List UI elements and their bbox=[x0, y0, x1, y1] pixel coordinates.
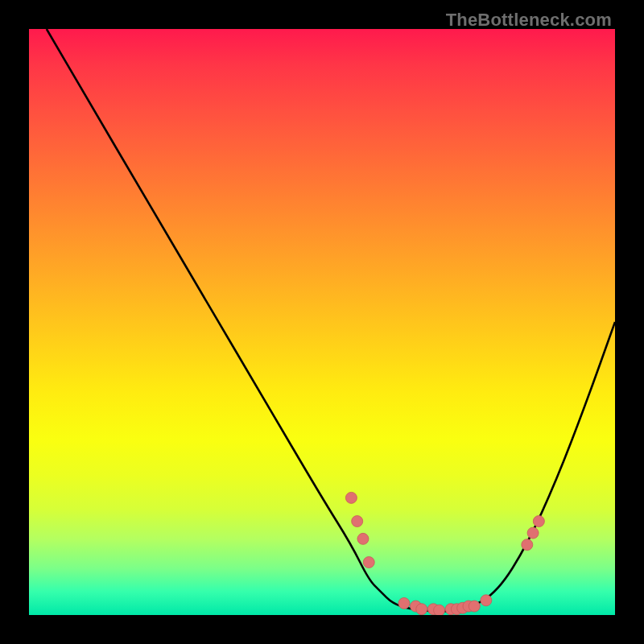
data-point bbox=[527, 527, 539, 539]
data-point bbox=[398, 597, 410, 609]
data-point bbox=[533, 516, 544, 527]
data-point bbox=[345, 492, 357, 503]
data-point bbox=[352, 516, 363, 527]
plot-area bbox=[29, 29, 615, 615]
chart-svg bbox=[29, 29, 615, 615]
data-point bbox=[469, 601, 480, 612]
watermark-text: TheBottleneck.com bbox=[446, 10, 612, 31]
data-point bbox=[481, 595, 492, 606]
data-point bbox=[522, 539, 533, 551]
chart-frame: TheBottleneck.com bbox=[0, 0, 644, 644]
data-points bbox=[345, 492, 544, 615]
data-point bbox=[434, 605, 445, 615]
data-point bbox=[416, 604, 427, 615]
data-point bbox=[363, 556, 374, 568]
data-point bbox=[357, 533, 369, 544]
curve-line bbox=[47, 29, 615, 611]
